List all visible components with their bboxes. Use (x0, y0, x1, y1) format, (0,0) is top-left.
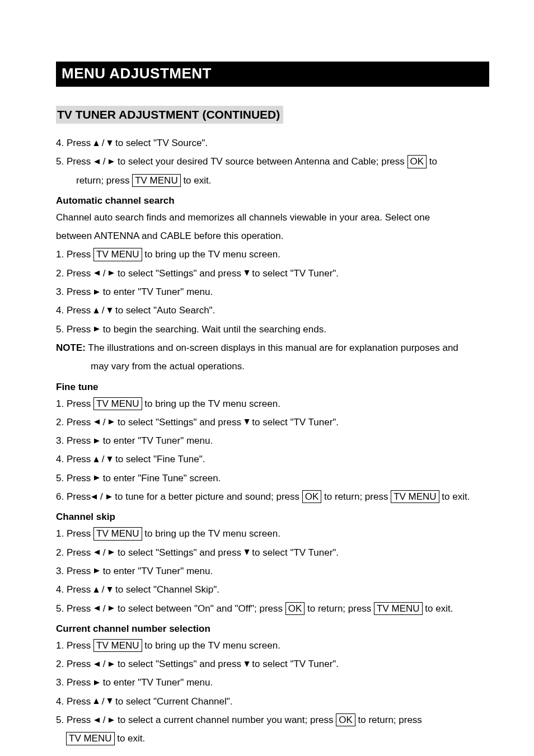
tvmenu-button-label: TV MENU (93, 639, 142, 652)
right-arrow-icon (93, 680, 100, 685)
text: 1. Press (56, 398, 93, 409)
ok-button-label: OK (302, 490, 322, 503)
text: to select "TV Source". (113, 138, 208, 148)
text: to select "Current Channel". (113, 696, 232, 707)
up-arrow-icon (93, 140, 99, 147)
text: / (100, 659, 108, 669)
text: to exit. (115, 733, 146, 744)
text: to select "TV Tuner". (250, 547, 339, 558)
svg-marker-21 (109, 550, 114, 555)
auto-step-2: 2. Press / to select "Settings" and pres… (56, 265, 489, 283)
svg-marker-20 (94, 550, 100, 555)
svg-marker-17 (94, 476, 100, 481)
text: 4. Press (56, 584, 93, 595)
svg-marker-9 (107, 308, 113, 313)
up-arrow-icon (93, 456, 99, 463)
text: / (100, 547, 108, 558)
current-step-3: 3. Press to enter "TV Tuner" menu. (56, 674, 489, 692)
text: 3. Press (56, 287, 93, 297)
title-bar: MENU ADJUSTMENT (56, 62, 489, 87)
svg-marker-1 (107, 140, 113, 146)
text: / (100, 715, 108, 725)
text: 1. Press (56, 640, 93, 651)
auto-intro-2: between ANTENNA and CABLE before this op… (56, 227, 489, 245)
left-arrow-icon (93, 270, 100, 276)
auto-note-2: may vary from the actual operations. (56, 358, 489, 375)
text: to return; press (305, 603, 374, 614)
text: to exit. (439, 491, 470, 502)
section-current-title: Current channel number selection (56, 623, 489, 635)
tvmenu-button-label: TV MENU (374, 602, 423, 615)
svg-marker-32 (94, 698, 99, 704)
text: / (99, 138, 107, 148)
text: / (100, 417, 108, 428)
text: The illustrations and on-screen displays… (86, 342, 458, 353)
text: 5. Press (56, 715, 93, 725)
skip-step-5: 5. Press / to select between "On" and "O… (56, 600, 489, 618)
left-arrow-icon (93, 717, 100, 723)
down-arrow-icon (107, 307, 113, 314)
text: 6. Press (56, 491, 91, 502)
svg-marker-26 (94, 606, 100, 611)
section-skip-title: Channel skip (56, 511, 489, 523)
svg-marker-13 (244, 419, 249, 425)
svg-marker-4 (94, 271, 100, 276)
svg-marker-27 (109, 606, 114, 611)
cont-step-5b: return; press TV MENU to exit. (56, 172, 489, 190)
svg-marker-19 (106, 494, 112, 499)
svg-marker-0 (94, 140, 99, 146)
text: to select "TV Tuner". (250, 268, 339, 279)
text: to begin the searching. Wait until the s… (100, 324, 326, 335)
tvmenu-button-label: TV MENU (391, 490, 439, 503)
ok-button-label: OK (407, 155, 427, 168)
current-step-5b: TV MENU to exit. (56, 730, 489, 748)
text: 1. Press (56, 528, 93, 539)
ok-button-label: OK (336, 713, 355, 726)
text: / (100, 156, 108, 167)
tvmenu-button-label: TV MENU (132, 174, 181, 187)
tvmenu-button-label: TV MENU (93, 397, 142, 410)
text: to enter "TV Tuner" menu. (100, 677, 213, 688)
svg-marker-8 (94, 308, 99, 313)
text: to bring up the TV menu screen. (142, 398, 280, 409)
text: to (427, 156, 437, 167)
fine-step-5: 5. Press to enter "Fine Tune" screen. (56, 469, 489, 487)
svg-marker-14 (94, 438, 100, 443)
text: 5. Press (56, 156, 93, 167)
text: to select "TV Tuner". (250, 417, 339, 428)
svg-marker-35 (109, 717, 114, 722)
fine-step-6: 6. Press / to tune for a better picture … (56, 488, 489, 506)
svg-marker-23 (94, 569, 100, 574)
subheading: TV TUNER ADJUSTMENT (CONTINUED) (56, 106, 283, 124)
ok-button-label: OK (285, 602, 305, 615)
auto-step-4: 4. Press / to select "Auto Search". (56, 302, 489, 320)
text: to select "Channel Skip". (113, 584, 219, 595)
text: 1. Press (56, 249, 93, 260)
svg-marker-3 (109, 159, 114, 164)
up-arrow-icon (93, 586, 99, 593)
text: / (99, 305, 107, 316)
svg-marker-29 (109, 661, 114, 666)
up-arrow-icon (93, 307, 99, 314)
text: 5. Press (56, 324, 93, 335)
text: to bring up the TV menu screen. (142, 249, 280, 260)
text: to select "TV Tuner". (250, 659, 339, 669)
right-arrow-icon (93, 438, 100, 444)
left-arrow-icon (93, 605, 100, 611)
text: 4. Press (56, 305, 93, 316)
auto-note: NOTE: The illustrations and on-screen di… (56, 339, 489, 357)
down-arrow-icon (107, 456, 113, 463)
text: to select between "On" and "Off"; press (115, 603, 285, 614)
fine-step-2: 2. Press / to select "Settings" and pres… (56, 414, 489, 431)
page: MENU ADJUSTMENT TV TUNER ADJUSTMENT (CON… (0, 0, 534, 756)
svg-marker-22 (244, 550, 249, 555)
text: to select "Settings" and press (115, 547, 243, 558)
text: to select "Settings" and press (115, 417, 243, 428)
fine-step-4: 4. Press / to select "Fine Tune". (56, 450, 489, 468)
left-arrow-icon (93, 661, 100, 667)
svg-marker-24 (94, 587, 99, 593)
text: / (100, 603, 108, 614)
right-arrow-icon (108, 605, 115, 611)
text: 5. Press (56, 603, 93, 614)
svg-marker-5 (109, 271, 114, 276)
